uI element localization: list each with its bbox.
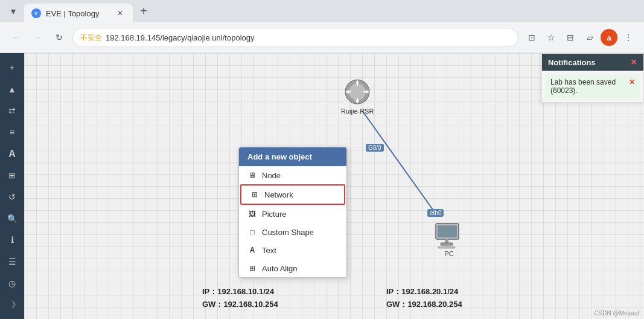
- url-bar[interactable]: 不安全 192.168.19.145/legacy/qiaojie.unl/to…: [72, 28, 518, 47]
- security-indicator: 不安全: [80, 33, 102, 43]
- main-area: ＋ ▲ ⇄ ≡ A ⊞ ↺ 🔍 ℹ ☰ ◷ ☽: [0, 53, 644, 319]
- menu-item-picture[interactable]: 🖼 Picture: [239, 205, 346, 223]
- canvas-area[interactable]: Ruijie-RSR G0/0 eth0 PC IP：192.168.10.1/…: [24, 53, 644, 319]
- moon-btn[interactable]: ☽: [2, 295, 22, 314]
- router-icon: [343, 77, 372, 106]
- text-btn[interactable]: A: [2, 144, 22, 164]
- back-button[interactable]: ←: [7, 29, 24, 46]
- extensions-icon-btn[interactable]: ⊟: [562, 29, 579, 46]
- pc-node: PC: [435, 222, 464, 257]
- router-node: Ruijie-RSR: [341, 77, 374, 115]
- notification-message: Lab has been saved (60023).: [550, 78, 626, 95]
- refresh-btn[interactable]: ↺: [2, 187, 22, 207]
- context-menu: Add a new object 🖥 Node ⊞ Network 🖼 Pict…: [238, 147, 347, 278]
- add-btn[interactable]: ＋: [2, 58, 22, 77]
- menu-item-auto-align-label: Auto Align: [262, 264, 298, 273]
- clock-btn[interactable]: ◷: [2, 274, 22, 293]
- notifications-title: Notifications: [548, 58, 596, 67]
- url-text: 192.168.19.145/legacy/qiaojie.unl/topolo…: [106, 33, 511, 42]
- menu-item-network-label: Network: [264, 190, 293, 199]
- svg-rect-12: [438, 225, 457, 237]
- grid-btn[interactable]: ⊞: [2, 166, 22, 185]
- svg-line-0: [362, 111, 438, 216]
- picture-icon: 🖼: [247, 209, 257, 219]
- browser-chrome: ▾ E EVE | Topology ✕ + ← → ↻ 不安全 192.168…: [0, 0, 644, 53]
- pc-icon: [435, 222, 464, 249]
- auto-align-icon: ⊞: [247, 263, 257, 273]
- active-tab[interactable]: E EVE | Topology ✕: [24, 4, 133, 23]
- menu-item-text[interactable]: A Text: [239, 241, 346, 259]
- svg-rect-15: [438, 246, 455, 248]
- svg-point-2: [349, 83, 366, 100]
- ip-right-label: IP：192.168.20.1/24 GW：192.168.20.254: [386, 286, 462, 311]
- arrows-btn[interactable]: ⇄: [2, 101, 22, 120]
- info-btn[interactable]: ℹ: [2, 230, 22, 250]
- ip-left-label: IP：192.168.10.1/24 GW：192.168.10.254: [202, 286, 278, 311]
- router-label: Ruijie-RSR: [341, 108, 374, 115]
- interface-g00-label: G0/0: [366, 144, 384, 152]
- menu-item-node[interactable]: 🖥 Node: [239, 166, 346, 184]
- notification-item-close-btn[interactable]: ✕: [629, 78, 635, 86]
- new-tab-button[interactable]: +: [135, 2, 152, 19]
- pc-label: PC: [444, 250, 453, 257]
- menu-item-text-label: Text: [262, 246, 276, 255]
- translate-icon-btn[interactable]: ⊡: [523, 29, 540, 46]
- tab-favicon: E: [31, 8, 41, 18]
- text-menu-icon: A: [247, 245, 257, 255]
- profile-button[interactable]: a: [601, 29, 617, 46]
- tab-close-button[interactable]: ✕: [115, 8, 126, 19]
- list-btn[interactable]: ☰: [2, 252, 22, 271]
- notifications-panel: Notifications ✕ Lab has been saved (6002…: [541, 53, 644, 103]
- tab-bar: ▾ E EVE | Topology ✕ +: [0, 0, 644, 22]
- notification-item: Lab has been saved (60023). ✕: [546, 74, 640, 98]
- notifications-close-btn[interactable]: ✕: [630, 57, 637, 67]
- network-icon: ⊞: [250, 190, 260, 199]
- split-icon-btn[interactable]: ▱: [581, 29, 598, 46]
- menu-item-picture-label: Picture: [262, 210, 286, 219]
- context-menu-header: Add a new object: [239, 147, 346, 166]
- layers-btn[interactable]: ▲: [2, 80, 22, 99]
- menu-item-custom-shape-label: Custom Shape: [262, 228, 314, 237]
- left-sidebar: ＋ ▲ ⇄ ≡ A ⊞ ↺ 🔍 ℹ ☰ ◷ ☽: [0, 53, 24, 319]
- svg-rect-14: [441, 243, 453, 245]
- address-bar: ← → ↻ 不安全 192.168.19.145/legacy/qiaojie.…: [0, 22, 644, 53]
- refresh-button[interactable]: ↻: [51, 29, 68, 46]
- menu-item-custom-shape[interactable]: □ Custom Shape: [239, 223, 346, 241]
- forward-button[interactable]: →: [29, 29, 46, 46]
- toolbar-icons: ⊡ ☆ ⊟ ▱ a ⋮: [523, 29, 637, 46]
- more-options-btn[interactable]: ⋮: [620, 29, 637, 46]
- custom-shape-icon: □: [247, 227, 257, 237]
- menu-item-network[interactable]: ⊞ Network: [240, 184, 345, 205]
- tab-dropdown-btn[interactable]: ▾: [5, 2, 22, 19]
- interface-eth0-label: eth0: [427, 209, 444, 217]
- watermark: CSDN @Meaauf: [594, 310, 639, 317]
- notifications-header: Notifications ✕: [542, 54, 643, 71]
- svg-rect-13: [445, 239, 448, 243]
- zoom-btn[interactable]: 🔍: [2, 209, 22, 228]
- node-icon: 🖥: [247, 170, 257, 180]
- menu-item-auto-align[interactable]: ⊞ Auto Align: [239, 259, 346, 277]
- menu-btn[interactable]: ≡: [2, 123, 22, 142]
- tab-title: EVE | Topology: [46, 9, 99, 18]
- menu-item-node-label: Node: [262, 171, 281, 180]
- bookmark-icon-btn[interactable]: ☆: [543, 29, 560, 46]
